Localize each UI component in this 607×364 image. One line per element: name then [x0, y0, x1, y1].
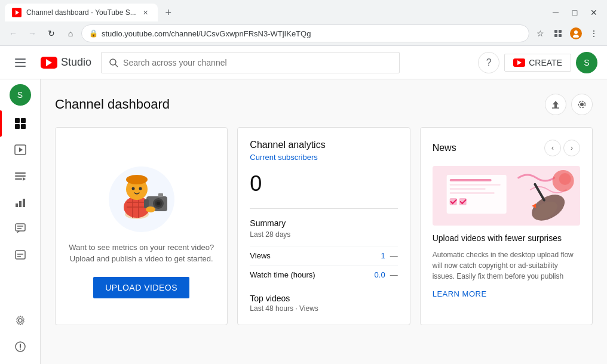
svg-marker-18 — [19, 147, 23, 152]
header-actions: ? CREATE S — [478, 52, 597, 73]
svg-point-72 — [559, 173, 571, 185]
learn-more-button[interactable]: LEARN MORE — [433, 289, 487, 298]
analytics-title: Channel analytics — [250, 140, 397, 150]
views-dash: — — [390, 251, 398, 260]
sidebar-item-subtitles[interactable] — [0, 242, 40, 268]
browser-menu-button[interactable]: ⋮ — [585, 25, 602, 42]
profile-button[interactable] — [568, 25, 584, 42]
news-article-body: Automatic checks in the desktop upload f… — [433, 249, 580, 282]
refresh-button[interactable]: ↻ — [43, 25, 60, 42]
news-image — [433, 166, 580, 226]
news-next-button[interactable]: › — [563, 140, 580, 156]
browser-tab[interactable]: Channel dashboard - YouTube S... ✕ — [5, 4, 158, 21]
svg-marker-37 — [553, 101, 559, 108]
top-videos-period: Last 48 hours · Views — [250, 304, 397, 313]
search-bar[interactable] — [101, 52, 400, 73]
create-video-icon — [513, 58, 525, 67]
svg-point-33 — [19, 319, 22, 322]
forward-button[interactable]: → — [24, 25, 41, 42]
sidebar-item-dashboard[interactable] — [0, 110, 40, 137]
browser-toolbar: ← → ↻ ⌂ 🔒 studio.youtube.com/channel/UCs… — [0, 21, 607, 45]
new-tab-button[interactable]: + — [160, 4, 177, 21]
logo-area[interactable]: Studio — [41, 56, 91, 69]
home-button[interactable]: ⌂ — [62, 25, 79, 42]
svg-line-12 — [115, 64, 118, 67]
upload-button[interactable] — [545, 94, 566, 115]
youtube-play-icon — [46, 59, 52, 66]
comments-icon — [14, 223, 26, 235]
svg-point-11 — [110, 59, 116, 65]
divider — [250, 208, 397, 209]
upload-videos-button[interactable]: UPLOAD VIDEOS — [93, 277, 189, 298]
sidebar-item-settings[interactable] — [0, 307, 40, 334]
summary-title: Summary — [250, 218, 397, 228]
news-navigation: ‹ › — [544, 140, 580, 156]
tab-title: Channel dashboard - YouTube S... — [26, 8, 136, 17]
upload-illustration — [94, 155, 189, 232]
svg-point-50 — [131, 187, 134, 190]
settings-icon — [14, 314, 26, 326]
extensions-button[interactable] — [550, 25, 566, 42]
content-icon — [14, 144, 26, 156]
svg-rect-62 — [449, 184, 500, 186]
summary-period: Last 28 days — [250, 230, 397, 239]
lock-icon: 🔒 — [89, 29, 98, 38]
address-text: studio.youtube.com/channel/UCsvGxwpnFRsN… — [102, 29, 522, 38]
watchtime-value: 0.0 — — [375, 270, 398, 279]
news-header: News ‹ › — [433, 140, 580, 156]
sidebar-avatar[interactable]: S — [10, 84, 31, 106]
sidebar-item-comments[interactable] — [0, 215, 40, 242]
svg-rect-25 — [23, 199, 25, 207]
svg-rect-64 — [449, 192, 494, 194]
go-live-button[interactable] — [571, 94, 593, 115]
avatar-letter: S — [584, 58, 589, 67]
address-bar[interactable]: 🔒 studio.youtube.com/channel/UCsvGxwpnFR… — [81, 24, 529, 42]
svg-point-36 — [20, 348, 21, 350]
back-button[interactable]: ← — [5, 25, 22, 42]
news-prev-button[interactable]: ‹ — [544, 140, 561, 156]
svg-rect-5 — [559, 34, 562, 37]
hamburger-menu[interactable] — [10, 52, 31, 73]
analytics-card: Channel analytics Current subscribers 0 … — [237, 127, 410, 325]
upload-description: Want to see metrics on your recent video… — [69, 242, 214, 265]
playlists-icon — [14, 170, 26, 182]
sidebar-item-analytics[interactable] — [0, 189, 40, 215]
create-button[interactable]: CREATE — [504, 54, 571, 72]
subscribers-count: 0 — [250, 171, 397, 196]
browser-chrome: Channel dashboard - YouTube S... ✕ + ─ □… — [0, 0, 607, 46]
tab-close-button[interactable]: ✕ — [141, 8, 151, 17]
svg-marker-22 — [23, 177, 26, 181]
close-window-button[interactable]: ✕ — [585, 4, 602, 21]
svg-rect-63 — [449, 188, 485, 190]
sidebar-item-content[interactable] — [0, 137, 40, 163]
svg-point-56 — [157, 202, 160, 205]
cards-grid: Want to see metrics on your recent video… — [55, 127, 593, 325]
svg-rect-2 — [554, 30, 557, 33]
studio-logo-text: Studio — [61, 56, 91, 69]
create-play-triangle — [517, 60, 522, 65]
svg-point-49 — [126, 175, 148, 184]
news-card: News ‹ › — [420, 127, 593, 325]
user-avatar-button[interactable]: S — [576, 52, 597, 73]
dashboard-icon — [14, 118, 26, 129]
app-header: Studio ? CREATE S — [0, 46, 607, 79]
bookmark-button[interactable]: ☆ — [532, 25, 548, 42]
search-input[interactable] — [123, 58, 392, 67]
svg-rect-3 — [559, 30, 562, 33]
svg-rect-61 — [449, 179, 491, 181]
analytics-subtitle[interactable]: Current subscribers — [250, 153, 397, 162]
help-button[interactable]: ? — [478, 52, 499, 73]
svg-point-39 — [580, 103, 584, 106]
sidebar-item-playlists[interactable] — [0, 163, 40, 189]
sidebar-item-feedback[interactable] — [0, 334, 40, 360]
page-actions — [545, 94, 593, 115]
svg-rect-9 — [15, 62, 26, 63]
top-videos-section: Top videos Last 48 hours · Views — [250, 294, 397, 313]
watchtime-dash: — — [390, 270, 398, 279]
page-header: Channel dashboard — [55, 94, 593, 115]
restore-button[interactable]: □ — [566, 4, 583, 21]
feedback-icon — [14, 341, 26, 353]
analytics-icon — [14, 196, 26, 208]
minimize-button[interactable]: ─ — [547, 4, 564, 21]
metric-row-watchtime: Watch time (hours) 0.0 — — [250, 265, 397, 284]
